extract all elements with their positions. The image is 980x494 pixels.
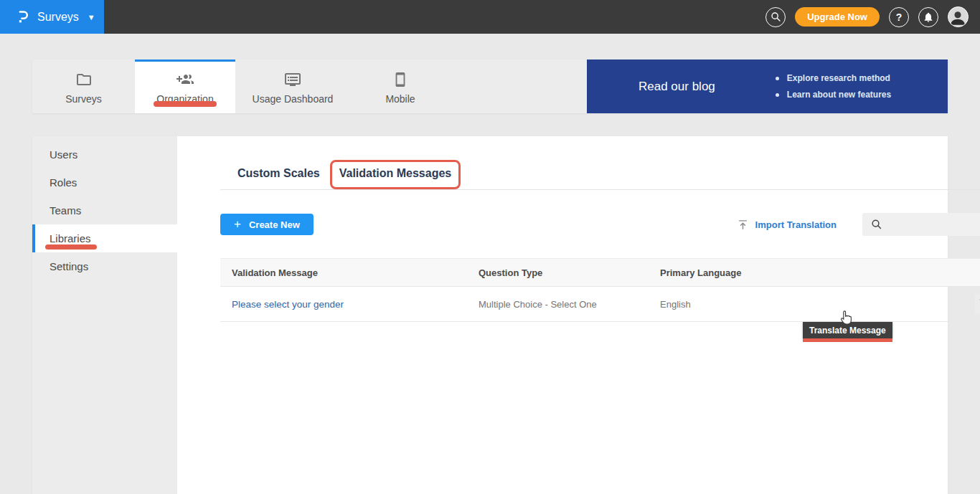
nav-tab-mobile[interactable]: Mobile [350,60,451,113]
nav-tab-organization[interactable]: Organization [135,60,235,113]
upgrade-now-button[interactable]: Upgrade Now [795,7,880,27]
plus-icon: + [234,217,241,232]
questionpro-logo-icon [16,9,30,26]
magnifier-icon [871,219,882,230]
app-title: Surveys [37,11,79,24]
tab-validation-messages[interactable]: Validation Messages [339,166,452,189]
validation-message-link[interactable]: Please select your gender [232,299,479,310]
sidebar-item-teams[interactable]: Teams [32,196,177,224]
annotation-underline-libraries [45,244,97,250]
chevron-down-icon: ▼ [88,13,95,22]
blog-bullet-item: Learn about new features [776,90,891,100]
user-avatar[interactable] [948,6,969,27]
smartphone-icon [392,71,408,88]
header-search-button[interactable] [765,7,786,27]
search-icon [771,11,781,22]
validation-messages-table: Validation Message Question Type Primary… [220,258,980,322]
folder-icon [75,71,93,88]
settings-sidebar: Users Roles Teams Libraries Settings [32,136,177,494]
nav-tab-label: Mobile [385,93,415,105]
blog-bullet-item: Explore research method [776,73,891,83]
nav-tab-usage-dashboard[interactable]: Usage Dashboard [235,60,350,113]
dashboard-screen-icon [284,71,301,88]
translate-message-button[interactable] [975,294,980,314]
primary-language-cell: English [660,299,830,310]
nav-tab-label: Surveys [65,93,102,105]
bullet-dot [776,93,779,97]
column-header-validation-message: Validation Message [232,267,479,278]
cursor-pointer-icon [838,310,854,330]
annotation-underline-organization [154,101,217,107]
column-header-question-type: Question Type [479,267,660,278]
sidebar-item-users[interactable]: Users [32,141,177,168]
upload-icon [737,219,749,231]
table-row: Please select your gender Multiple Choic… [220,287,980,322]
bell-icon [923,11,934,23]
table-header-row: Validation Message Question Type Primary… [220,258,980,287]
product-switcher[interactable]: Surveys ▼ [0,0,104,34]
question-mark-icon: ? [896,11,903,23]
bullet-dot [776,77,779,80]
help-button[interactable]: ? [889,7,909,27]
blog-banner[interactable]: Read our blog Explore research method Le… [587,60,948,113]
sidebar-item-libraries[interactable]: Libraries [32,224,177,252]
blog-banner-title: Read our blog [639,80,715,94]
nav-tab-surveys[interactable]: Surveys [32,60,135,113]
table-search-box[interactable] [862,213,980,236]
top-header: Surveys ▼ Upgrade Now ? [0,0,980,34]
primary-nav-strip: Surveys Organization Usage Dashboard Mob… [32,60,948,113]
nav-tab-label: Usage Dashboard [253,93,334,105]
table-search-input[interactable] [888,219,980,230]
group-add-icon [176,71,194,88]
question-type-cell: Multiple Choice - Select One [479,299,660,310]
libraries-content: Custom Scales Validation Messages + Crea… [177,136,980,494]
sidebar-item-settings[interactable]: Settings [32,252,177,280]
tab-custom-scales[interactable]: Custom Scales [237,166,320,189]
library-tabs: Custom Scales Validation Messages [220,136,980,190]
validation-toolbar: + Create New Import Translation [220,212,980,237]
main-panel: Users Roles Teams Libraries Settings Cus… [32,136,948,494]
annotation-underline-tooltip [803,338,892,342]
create-new-button[interactable]: + Create New [220,214,314,235]
notifications-button[interactable] [918,7,938,27]
sidebar-item-roles[interactable]: Roles [32,168,177,196]
column-header-primary-language: Primary Language [660,267,830,278]
import-translation-link[interactable]: Import Translation [737,219,837,231]
